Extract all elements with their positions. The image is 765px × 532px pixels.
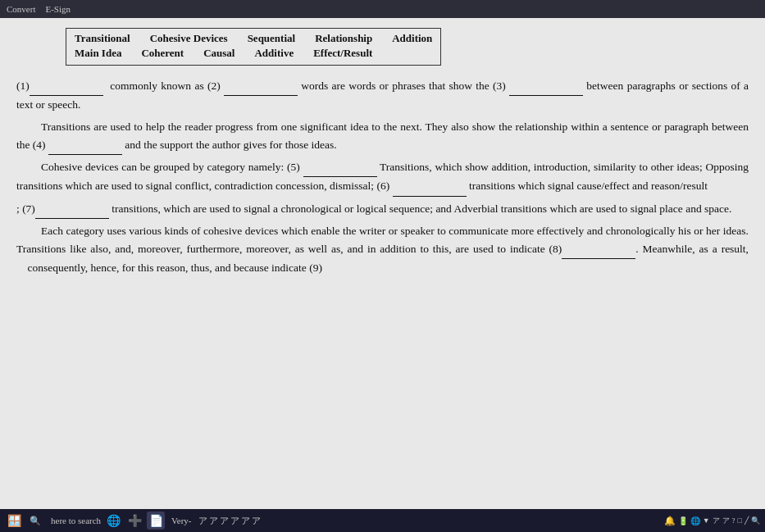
main-content: Transitional Cohesive Devices Sequential… (0, 18, 765, 509)
word-bank-row1: Transitional Cohesive Devices Sequential… (75, 32, 432, 45)
blank-3[interactable] (509, 77, 583, 96)
label-1: (1) (16, 80, 30, 92)
blank-8[interactable] (562, 240, 635, 259)
blank-1[interactable] (30, 77, 103, 96)
blank-5[interactable] (303, 158, 377, 177)
wb-cohesive-devices: Cohesive Devices (150, 32, 228, 45)
browser-icon[interactable]: 🌐 (104, 512, 122, 530)
wb-relationship: Relationship (315, 32, 372, 45)
convert-button[interactable]: Convert (7, 4, 35, 14)
jp-icon-3: ア (220, 515, 229, 527)
jp-icon-4: ア (230, 515, 239, 527)
blank-4[interactable] (48, 136, 122, 155)
wb-coherent: Coherent (141, 47, 184, 60)
arrow-icon-2: ア (713, 516, 720, 526)
search-label[interactable]: here to search (51, 516, 101, 525)
document-text: (1) commonly known as (2) words are word… (16, 77, 749, 278)
blank-2[interactable] (224, 77, 298, 96)
esign-button[interactable]: E-Sign (45, 4, 71, 14)
windows-icon[interactable]: 🪟 (5, 512, 23, 530)
search2-icon[interactable]: 🔍 (751, 516, 760, 525)
paragraph-5: Each category uses various kinds of cohe… (16, 222, 749, 278)
app-label: Very- (171, 516, 191, 525)
jp-icons: ア ア ア ア ア ア (198, 515, 261, 527)
jp-icon-1: ア (198, 515, 207, 527)
top-bar: Convert E-Sign (0, 0, 765, 18)
taskbar-right: 🔔 🔋 🌐 ▼ ア ア ? □ ╱ 🔍 (664, 516, 760, 526)
notif-icon[interactable]: 🔔 (664, 516, 676, 526)
paragraph-4: ; (7) transitions, which are used to sig… (16, 200, 749, 219)
taskbar: 🪟 🔍 here to search 🌐 ➕ 📄 Very- ア ア ア ア ア… (0, 509, 765, 532)
network-icon: 🌐 (690, 516, 700, 525)
pdf-icon[interactable]: 📄 (147, 512, 165, 530)
wb-addition: Addition (392, 32, 432, 45)
slash-icon: ╱ (745, 516, 749, 525)
add-icon[interactable]: ➕ (125, 512, 143, 530)
blank-6[interactable] (393, 177, 467, 196)
arrow-icon-3: ア (722, 516, 730, 526)
wb-transitional: Transitional (75, 32, 130, 45)
jp-icon-5: ア (241, 515, 250, 527)
arrow-down-icon: ▼ (703, 516, 710, 525)
wb-causal: Causal (203, 47, 235, 60)
question-icon[interactable]: ? (732, 516, 735, 525)
jp-icon-2: ア (209, 515, 218, 527)
square-icon: □ (738, 516, 742, 525)
paragraph-2: Transitions are used to help the reader … (16, 118, 749, 156)
word-bank: Transitional Cohesive Devices Sequential… (66, 28, 441, 66)
search-icon[interactable]: 🔍 (26, 512, 44, 530)
wb-additive: Additive (254, 47, 294, 60)
wb-main-idea: Main Idea (75, 47, 121, 60)
battery-icon: 🔋 (678, 516, 688, 525)
jp-icon-6: ア (252, 515, 261, 527)
paragraph-1: (1) commonly known as (2) words are word… (16, 77, 749, 115)
paragraph-3: Cohesive devices can be grouped by categ… (16, 158, 749, 197)
blank-7[interactable] (35, 200, 109, 219)
word-bank-row2: Main Idea Coherent Causal Additive Effec… (75, 47, 432, 60)
wb-effect-result: Effect/Result (313, 47, 372, 60)
wb-sequential: Sequential (248, 32, 296, 45)
